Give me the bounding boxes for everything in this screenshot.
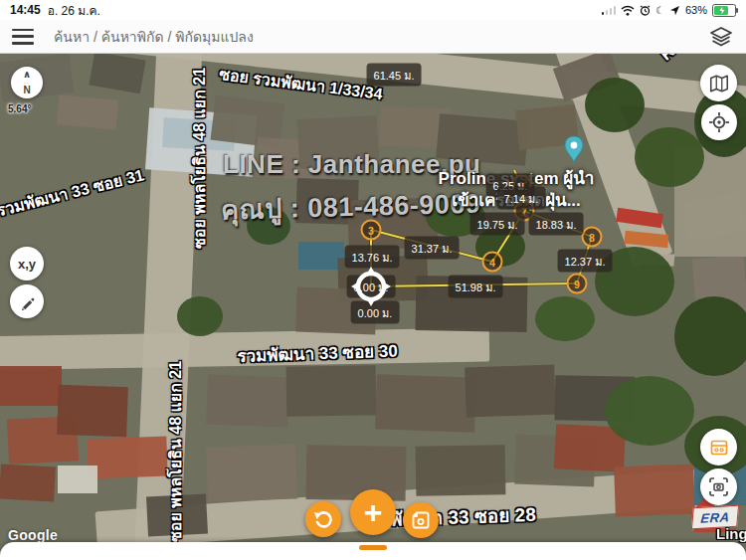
signal-icon	[602, 5, 617, 15]
screenshot-button[interactable]	[700, 468, 737, 505]
save-image-button[interactable]	[403, 502, 439, 538]
pencil-icon	[18, 292, 36, 310]
xy-coordinates-button[interactable]: x,y	[10, 247, 44, 280]
parcel-card-button[interactable]	[700, 429, 737, 466]
measure-vertex-8[interactable]: 8	[582, 227, 603, 248]
map-type-button[interactable]	[700, 65, 737, 101]
gps-locate-button[interactable]	[701, 104, 737, 140]
moon-icon: ☾	[655, 5, 664, 16]
bottom-sheet[interactable]	[0, 542, 746, 560]
map-icon	[708, 74, 730, 93]
plus-icon: +	[364, 496, 383, 528]
status-bar: 14:45 อ. 26 ม.ค. ☾ 63%	[0, 0, 746, 20]
menu-button[interactable]	[12, 29, 34, 45]
cursor-reticle[interactable]	[348, 264, 394, 309]
distance-label: 31.37 ม.	[405, 237, 460, 260]
breadcrumb[interactable]: ค้นหา / ค้นหาพิกัด / พิกัดมุมแปลง	[54, 26, 254, 48]
gps-target-icon	[708, 111, 730, 133]
compass-bearing: 5.64°	[8, 103, 31, 114]
card-icon	[709, 439, 729, 457]
distance-label: 18.83 ม.	[529, 213, 584, 236]
measure-vertex-3[interactable]: 3	[361, 220, 382, 241]
app-toolbar: ค้นหา / ค้นหาพิกัด / พิกัดมุมแปลง	[0, 20, 746, 54]
location-arrow-icon	[669, 5, 680, 16]
distance-label: 51.98 ม.	[449, 276, 503, 298]
save-image-icon	[411, 510, 431, 530]
poi-pin-icon[interactable]	[563, 135, 585, 163]
layers-button[interactable]	[708, 25, 734, 49]
date-label: อ. 26 ม.ค.	[48, 1, 100, 20]
sheet-handle[interactable]	[359, 545, 387, 550]
distance-label: 12.37 ม.	[558, 250, 613, 273]
measure-vertex-4[interactable]: 4	[482, 252, 503, 273]
measure-vertex-9[interactable]: 9	[567, 274, 588, 294]
map-canvas[interactable]: ซอย รวมพัฒนา 1/33/34รวมพัฒนา 33 ซอย 31ซอ…	[0, 0, 746, 560]
era-tag: Ling	[716, 525, 746, 542]
distance-label: 19.75 ม.	[470, 213, 525, 236]
alarm-icon	[640, 5, 651, 16]
google-attribution: Google	[8, 527, 58, 543]
distance-label: 7.14 ม.	[497, 187, 546, 210]
camera-scan-icon	[708, 476, 729, 497]
battery-icon	[712, 4, 736, 17]
undo-button[interactable]	[305, 501, 341, 537]
draw-button[interactable]	[10, 284, 44, 318]
add-point-button[interactable]: +	[350, 489, 396, 535]
wifi-icon	[621, 5, 635, 16]
battery-percent: 63%	[685, 4, 707, 16]
undo-icon	[313, 510, 333, 528]
compass-button[interactable]: ∧··N	[11, 67, 43, 98]
distance-label: 61.45 ม.	[367, 64, 422, 87]
clock-time: 14:45	[10, 3, 41, 17]
xy-label: x,y	[18, 257, 36, 272]
compass-icon: ∧··N	[23, 71, 31, 94]
